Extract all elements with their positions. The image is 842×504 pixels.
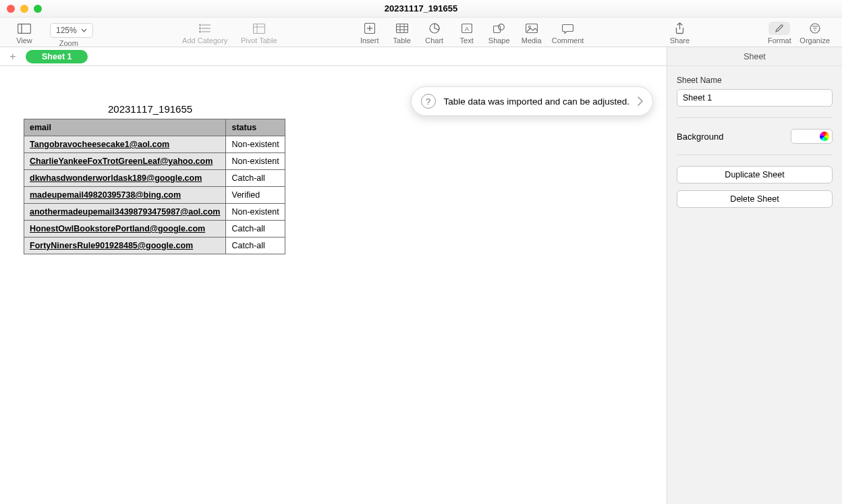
toolbar: View 125% Zoom Add Category Pivot Table …	[0, 18, 842, 47]
background-color-picker[interactable]	[791, 129, 833, 144]
chart-button[interactable]: Chart	[418, 20, 451, 45]
svg-text:A: A	[465, 26, 469, 32]
table-label: Table	[393, 36, 411, 45]
cell-email[interactable]: CharlieYankeeFoxTrotGreenLeaf@yahoo.com	[24, 153, 226, 170]
pivot-table-label: Pivot Table	[241, 36, 277, 45]
format-button[interactable]: Format	[763, 20, 795, 45]
inspector-panel: Sheet Sheet Name Background Duplicate Sh…	[667, 47, 842, 504]
cell-status[interactable]: Non-existent	[226, 204, 285, 221]
sidebar-icon	[18, 22, 31, 35]
table-title: 20231117_191655	[108, 103, 192, 115]
svg-point-6	[199, 28, 200, 29]
shape-button[interactable]: Shape	[483, 20, 515, 45]
share-label: Share	[670, 36, 690, 45]
zoom-select[interactable]: 125%	[50, 23, 93, 38]
share-button[interactable]: Share	[663, 20, 696, 45]
media-button[interactable]: Media	[515, 20, 548, 45]
table-row[interactable]: HonestOwlBookstorePortland@google.comCat…	[24, 221, 285, 237]
traffic-lights	[7, 5, 42, 13]
chevron-right-icon[interactable]	[638, 96, 643, 106]
table-row[interactable]: Tangobravocheesecake1@aol.comNon-existen…	[24, 136, 285, 153]
pie-chart-icon	[429, 22, 440, 35]
text-button[interactable]: A Text	[451, 20, 483, 45]
cell-email[interactable]: Tangobravocheesecake1@aol.com	[24, 136, 226, 153]
comment-label: Comment	[552, 36, 584, 45]
header-status[interactable]: status	[226, 119, 285, 136]
cell-status[interactable]: Catch-all	[226, 170, 285, 187]
shape-icon	[493, 22, 505, 35]
table-row[interactable]: dkwhasdwonderworldask189@google.comCatch…	[24, 170, 285, 187]
plus-square-icon	[364, 22, 375, 35]
shape-label: Shape	[488, 36, 510, 45]
svg-point-25	[528, 26, 530, 28]
svg-rect-0	[18, 24, 31, 33]
sheet-tab-active[interactable]: Sheet 1	[26, 50, 88, 63]
speech-bubble-icon	[562, 22, 573, 35]
view-button[interactable]: View	[8, 20, 40, 45]
cell-email[interactable]: anothermadeupemail34398793475987@aol.com	[24, 204, 226, 221]
sheet-name-input[interactable]	[677, 89, 833, 107]
svg-point-23	[499, 24, 505, 30]
cell-status[interactable]: Non-existent	[226, 153, 285, 170]
zoom-label: Zoom	[59, 39, 78, 47]
chevron-down-icon	[81, 28, 87, 32]
close-window-button[interactable]	[7, 5, 15, 13]
svg-point-5	[199, 24, 200, 26]
insert-button[interactable]: Insert	[354, 20, 386, 45]
format-label: Format	[768, 36, 791, 45]
paintbrush-icon	[768, 22, 790, 35]
text-icon: A	[461, 22, 472, 35]
background-label: Background	[677, 132, 723, 142]
table-icon	[396, 22, 408, 35]
zoom-window-button[interactable]	[34, 5, 42, 13]
svg-rect-14	[396, 24, 408, 33]
import-notification[interactable]: ? Table data was imported and can be adj…	[411, 86, 653, 116]
cell-email[interactable]: dkwhasdwonderworldask189@google.com	[24, 170, 226, 187]
window-titlebar: 20231117_191655	[0, 0, 842, 18]
view-label: View	[16, 36, 32, 45]
divider	[677, 155, 833, 155]
notification-text: Table data was imported and can be adjus…	[444, 96, 629, 107]
sheet-name-label: Sheet Name	[677, 76, 833, 85]
cell-status[interactable]: Catch-all	[226, 221, 285, 237]
zoom-value: 125%	[56, 26, 77, 35]
cell-status[interactable]: Catch-all	[226, 237, 285, 254]
table-row[interactable]: CharlieYankeeFoxTrotGreenLeaf@yahoo.comN…	[24, 153, 285, 170]
delete-sheet-button[interactable]: Delete Sheet	[677, 190, 833, 208]
media-label: Media	[522, 36, 542, 45]
cell-email[interactable]: madeupemail49820395738@bing.com	[24, 187, 226, 204]
cell-email[interactable]: HonestOwlBookstorePortland@google.com	[24, 221, 226, 237]
share-icon	[675, 22, 685, 35]
header-email[interactable]: email	[24, 119, 226, 136]
add-category-button[interactable]: Add Category	[178, 20, 232, 45]
table-row[interactable]: anothermadeupemail34398793475987@aol.com…	[24, 204, 285, 221]
comment-button[interactable]: Comment	[548, 20, 588, 45]
chart-label: Chart	[425, 36, 443, 45]
cell-email[interactable]: FortyNinersRule901928485@google.com	[24, 237, 226, 254]
pivot-table-button[interactable]: Pivot Table	[232, 20, 286, 45]
minimize-window-button[interactable]	[20, 5, 28, 13]
organize-label: Organize	[799, 36, 830, 45]
insert-label: Insert	[360, 36, 379, 45]
inspector-tab-sheet[interactable]: Sheet	[667, 47, 842, 66]
list-icon	[199, 22, 211, 35]
data-table[interactable]: email status Tangobravocheesecake1@aol.c…	[24, 119, 285, 254]
svg-rect-8	[253, 24, 264, 33]
filter-icon	[810, 22, 820, 35]
cell-status[interactable]: Non-existent	[226, 136, 285, 153]
zoom-button[interactable]: 125% Zoom	[40, 20, 97, 47]
canvas[interactable]: 20231117_191655 email status Tangobravoc…	[0, 66, 667, 504]
cell-status[interactable]: Verified	[226, 187, 285, 204]
table-row[interactable]: FortyNinersRule901928485@google.comCatch…	[24, 237, 285, 254]
organize-button[interactable]: Organize	[795, 20, 834, 45]
help-icon: ?	[421, 94, 436, 109]
document-title: 20231117_191655	[385, 3, 457, 13]
add-sheet-button[interactable]: +	[5, 49, 20, 64]
color-wheel-icon	[820, 132, 829, 141]
pivot-icon	[253, 22, 265, 35]
table-button[interactable]: Table	[386, 20, 418, 45]
table-row[interactable]: madeupemail49820395738@bing.comVerified	[24, 187, 285, 204]
image-icon	[526, 22, 538, 35]
table-header-row: email status	[24, 119, 285, 136]
duplicate-sheet-button[interactable]: Duplicate Sheet	[677, 166, 833, 184]
